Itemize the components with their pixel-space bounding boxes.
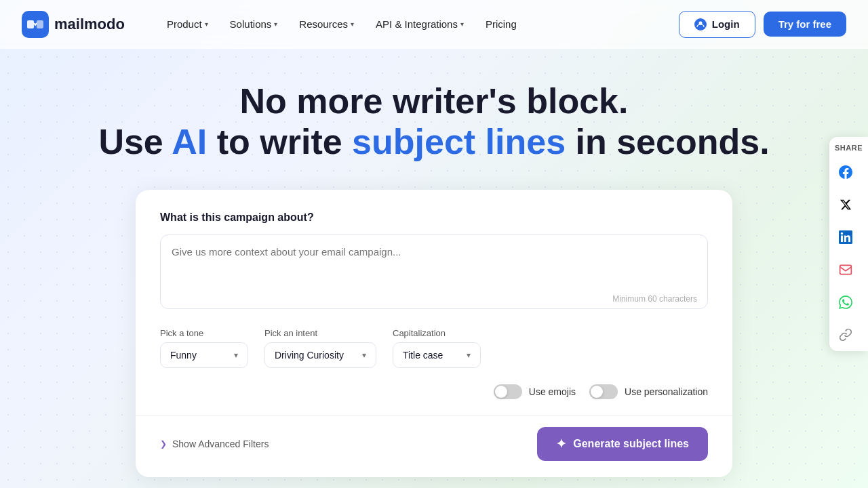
- hero-line1: No more writer's block.: [98, 81, 769, 122]
- chevron-down-icon: ▾: [234, 350, 238, 360]
- share-linkedin-button[interactable]: [829, 221, 862, 253]
- personalization-toggle-item: Use personalization: [589, 384, 708, 399]
- tone-label: Pick a tone: [160, 328, 248, 338]
- cap-value: Title case: [403, 350, 443, 361]
- generate-button[interactable]: ✦ Generate subject lines: [537, 427, 708, 461]
- tone-select[interactable]: Funny ▾: [160, 342, 248, 368]
- logo-link[interactable]: mailmodo: [22, 11, 125, 38]
- sparkle-icon: ✦: [556, 436, 566, 451]
- intent-filter-group: Pick an intent Driving Curiosity ▾: [264, 328, 376, 368]
- nav-item-solutions[interactable]: Solutions ▾: [220, 13, 288, 35]
- cap-label: Capitalization: [393, 328, 481, 338]
- hero-title: No more writer's block. Use AI to write …: [98, 81, 769, 163]
- chevron-down-icon: ▾: [205, 20, 208, 28]
- emoji-label: Use emojis: [529, 386, 576, 397]
- svg-rect-3: [840, 265, 852, 274]
- share-whatsapp-button[interactable]: [829, 286, 862, 319]
- try-for-free-button[interactable]: Try for free: [764, 12, 846, 37]
- svg-rect-1: [37, 20, 43, 28]
- personalization-toggle[interactable]: [589, 384, 618, 399]
- main-content: No more writer's block. Use AI to write …: [0, 49, 868, 488]
- logo-text: mailmodo: [54, 16, 125, 33]
- nav-links: Product ▾ Solutions ▾ Resources ▾ API & …: [157, 13, 679, 35]
- nav-item-resources[interactable]: Resources ▾: [290, 13, 363, 35]
- chevron-down-icon: ▾: [351, 20, 354, 28]
- hero-subject-accent: subject lines: [352, 122, 566, 161]
- chevron-right-icon: ❯: [160, 439, 167, 449]
- intent-label: Pick an intent: [264, 328, 376, 338]
- login-button[interactable]: Login: [679, 11, 755, 38]
- toggle-group: Use emojis Use personalization: [494, 384, 708, 399]
- textarea-wrapper: Minimum 60 characters: [160, 235, 708, 312]
- show-filters-button[interactable]: ❯ Show Advanced Filters: [160, 439, 269, 449]
- nav-actions: Login Try for free: [679, 11, 846, 38]
- share-label: SHARE: [829, 137, 868, 156]
- chevron-down-icon: ▾: [467, 350, 471, 360]
- tone-value: Funny: [170, 350, 197, 361]
- campaign-question: What is this campaign about?: [160, 211, 708, 224]
- chevron-down-icon: ▾: [274, 20, 277, 28]
- logo-icon: [22, 11, 49, 38]
- hero-ai-accent: AI: [172, 122, 207, 161]
- card-bottom: ❯ Show Advanced Filters ✦ Generate subje…: [136, 415, 732, 477]
- emoji-toggle-item: Use emojis: [494, 384, 576, 399]
- hero-line2: Use AI to write subject lines in seconds…: [98, 122, 769, 163]
- svg-rect-0: [27, 20, 34, 28]
- cap-filter-group: Capitalization Title case ▾: [393, 328, 481, 368]
- intent-select[interactable]: Driving Curiosity ▾: [264, 342, 376, 368]
- share-facebook-button[interactable]: [829, 156, 862, 188]
- filters-row: Pick a tone Funny ▾ Pick an intent Drivi…: [160, 328, 708, 399]
- personalization-label: Use personalization: [625, 386, 708, 397]
- card-body: What is this campaign about? Minimum 60 …: [136, 190, 732, 415]
- nav-item-product[interactable]: Product ▾: [157, 13, 218, 35]
- share-link-button[interactable]: [829, 319, 862, 351]
- cap-select[interactable]: Title case ▾: [393, 342, 481, 368]
- share-sidebar: SHARE: [829, 137, 868, 351]
- char-hint: Minimum 60 characters: [612, 294, 697, 304]
- emoji-toggle[interactable]: [494, 384, 522, 399]
- nav-item-api[interactable]: API & Integrations ▾: [366, 13, 473, 35]
- nav-item-pricing[interactable]: Pricing: [476, 13, 526, 35]
- user-icon: [694, 18, 707, 30]
- chevron-down-icon: ▾: [362, 350, 366, 360]
- main-card: What is this campaign about? Minimum 60 …: [136, 190, 732, 477]
- tone-filter-group: Pick a tone Funny ▾: [160, 328, 248, 368]
- share-twitter-button[interactable]: [829, 188, 862, 221]
- intent-value: Driving Curiosity: [275, 350, 344, 361]
- chevron-down-icon: ▾: [460, 20, 464, 28]
- share-email-button[interactable]: [829, 253, 862, 286]
- navbar: mailmodo Product ▾ Solutions ▾ Resources…: [0, 0, 868, 49]
